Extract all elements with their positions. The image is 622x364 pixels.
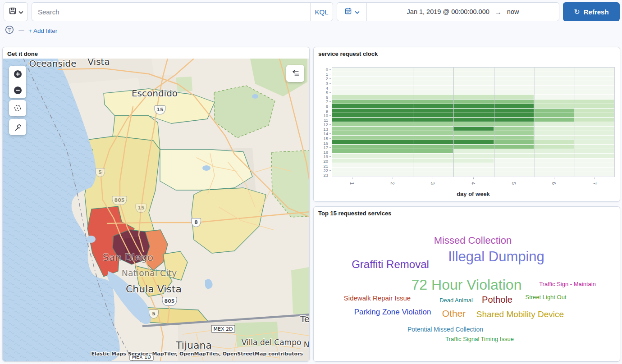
heatmap-cell[interactable] (494, 149, 534, 153)
heatmap-cell[interactable] (494, 100, 534, 104)
heatmap-cell[interactable] (413, 77, 453, 81)
heatmap-cell[interactable] (494, 122, 534, 126)
heatmap-cell[interactable] (332, 140, 372, 144)
heatmap-cell[interactable] (453, 90, 493, 94)
heatmap-cell[interactable] (332, 86, 372, 90)
heatmap-cell[interactable] (372, 113, 412, 117)
heatmap-cell[interactable] (574, 100, 614, 104)
heatmap-cell[interactable] (413, 136, 453, 140)
heatmap-cell[interactable] (574, 149, 614, 153)
heatmap-cell[interactable] (494, 172, 534, 176)
heatmap-cell[interactable] (453, 149, 493, 153)
heatmap-cell[interactable] (574, 131, 614, 135)
heatmap-cell[interactable] (534, 140, 574, 144)
heatmap-cell[interactable] (534, 95, 574, 99)
heatmap-cell[interactable] (332, 159, 372, 163)
tagcloud-word[interactable]: Parking Zone Violation (354, 308, 431, 317)
heatmap-cell[interactable] (534, 104, 574, 108)
heatmap-cell[interactable] (332, 90, 372, 94)
heatmap-cell[interactable] (574, 109, 614, 113)
heatmap-cell[interactable] (413, 86, 453, 90)
collapse-legend-button[interactable] (286, 65, 304, 82)
heatmap-cell[interactable] (413, 127, 453, 131)
heatmap-cell[interactable] (332, 113, 372, 117)
heatmap-cell[interactable] (332, 81, 372, 85)
heatmap-cell[interactable] (534, 72, 574, 76)
tagcloud-word[interactable]: Illegal Dumping (448, 249, 544, 265)
heatmap-cell[interactable] (372, 68, 412, 72)
heatmap-cell[interactable] (453, 136, 493, 140)
heatmap-cell[interactable] (494, 104, 534, 108)
tagcloud-word[interactable]: Potential Missed Collection (407, 326, 483, 333)
heatmap-plot-area[interactable] (332, 67, 615, 177)
heatmap-cell[interactable] (534, 77, 574, 81)
heatmap-cell[interactable] (453, 100, 493, 104)
tagcloud-word[interactable]: Traffic Signal Timing Issue (445, 336, 514, 342)
heatmap-cell[interactable] (534, 168, 574, 172)
heatmap-cell[interactable] (332, 109, 372, 113)
heatmap-cell[interactable] (372, 100, 412, 104)
heatmap-cell[interactable] (494, 127, 534, 131)
date-quick-menu-button[interactable] (337, 3, 367, 21)
tagcloud-word[interactable]: Dead Animal (439, 297, 473, 304)
heatmap-cell[interactable] (574, 172, 614, 176)
heatmap-cell[interactable] (332, 149, 372, 153)
heatmap-cell[interactable] (494, 140, 534, 144)
heatmap-cell[interactable] (574, 140, 614, 144)
heatmap-cell[interactable] (413, 122, 453, 126)
heatmap-cell[interactable] (534, 163, 574, 167)
heatmap-cell[interactable] (372, 72, 412, 76)
heatmap-cell[interactable] (332, 77, 372, 81)
heatmap-cell[interactable] (534, 136, 574, 140)
heatmap-cell[interactable] (494, 168, 534, 172)
heatmap-cell[interactable] (413, 149, 453, 153)
heatmap-cell[interactable] (453, 131, 493, 135)
heatmap-cell[interactable] (413, 163, 453, 167)
heatmap-cell[interactable] (332, 127, 372, 131)
heatmap-cell[interactable] (494, 81, 534, 85)
heatmap-cell[interactable] (413, 81, 453, 85)
heatmap-cell[interactable] (372, 104, 412, 108)
heatmap-cell[interactable] (534, 100, 574, 104)
heatmap-cell[interactable] (332, 122, 372, 126)
heatmap-cell[interactable] (372, 127, 412, 131)
tagcloud-word[interactable]: Other (442, 308, 466, 319)
heatmap-cell[interactable] (413, 72, 453, 76)
heatmap-cell[interactable] (372, 77, 412, 81)
heatmap-cell[interactable] (494, 159, 534, 163)
heatmap-cell[interactable] (574, 168, 614, 172)
heatmap-cell[interactable] (453, 172, 493, 176)
heatmap-cell[interactable] (413, 109, 453, 113)
heatmap-cell[interactable] (453, 118, 493, 122)
heatmap-cell[interactable] (494, 154, 534, 158)
heatmap-cell[interactable] (453, 72, 493, 76)
date-range-start[interactable]: Jan 1, 2019 @ 00:00:00.000 (407, 8, 489, 15)
heatmap-cell[interactable] (534, 122, 574, 126)
tagcloud-word[interactable]: Pothole (482, 295, 512, 305)
zoom-in-button[interactable] (9, 66, 26, 82)
refresh-button[interactable]: ↻ Refresh (563, 2, 620, 21)
heatmap-cell[interactable] (534, 145, 574, 149)
heatmap-cell[interactable] (372, 122, 412, 126)
heatmap-cell[interactable] (372, 140, 412, 144)
date-range-end[interactable]: now (507, 8, 519, 15)
heatmap-cell[interactable] (574, 104, 614, 108)
heatmap-cell[interactable] (332, 163, 372, 167)
heatmap-cell[interactable] (413, 113, 453, 117)
heatmap-cell[interactable] (574, 68, 614, 72)
tagcloud-word[interactable]: Sidewalk Repair Issue (344, 294, 411, 302)
heatmap-cell[interactable] (534, 159, 574, 163)
heatmap-cell[interactable] (453, 77, 493, 81)
heatmap-cell[interactable] (332, 72, 372, 76)
heatmap-cell[interactable] (574, 77, 614, 81)
heatmap-cell[interactable] (453, 109, 493, 113)
heatmap-cell[interactable] (453, 86, 493, 90)
heatmap-cell[interactable] (413, 172, 453, 176)
heatmap-cell[interactable] (413, 154, 453, 158)
heatmap-cell[interactable] (534, 172, 574, 176)
saved-query-menu-button[interactable] (4, 2, 28, 21)
heatmap-cell[interactable] (494, 109, 534, 113)
heatmap-cell[interactable] (494, 95, 534, 99)
heatmap-cell[interactable] (574, 145, 614, 149)
heatmap-cell[interactable] (574, 122, 614, 126)
